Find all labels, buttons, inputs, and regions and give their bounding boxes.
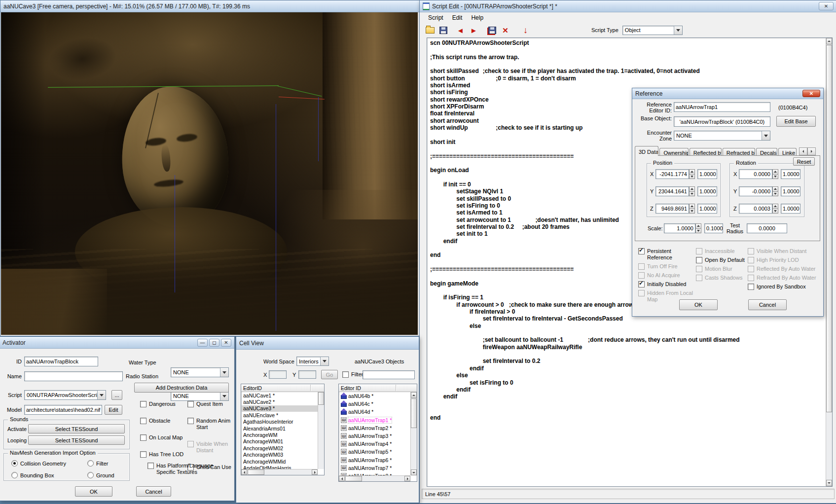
x-coordinate-field[interactable] — [269, 370, 287, 379]
position-y-extra-field[interactable]: 1.0000 — [697, 186, 717, 196]
rotation-y-spinner[interactable] — [772, 186, 778, 196]
column-divider[interactable] — [310, 385, 311, 391]
delete-script-button[interactable]: ✕ — [499, 24, 512, 36]
test-radius-field[interactable]: 0.0000 — [747, 223, 787, 233]
maximize-button[interactable]: ◻ — [209, 339, 219, 347]
position-y-field[interactable]: 23044.1641 — [655, 186, 689, 196]
name-field[interactable] — [24, 371, 123, 381]
open-script-button[interactable] — [423, 24, 436, 36]
go-button[interactable]: Go — [321, 370, 338, 379]
scroll-right-icon[interactable] — [312, 469, 318, 475]
checkbox-box[interactable] — [748, 248, 754, 254]
script-type-dropdown[interactable]: Object — [622, 26, 683, 35]
activator-ok-button[interactable]: OK — [75, 486, 112, 497]
reference-flag-checkbox[interactable]: Initially Disabled — [638, 281, 696, 288]
navmesh-radio[interactable]: Collision Geometry — [11, 460, 87, 467]
object-list-header[interactable]: Editor ID — [339, 384, 417, 392]
scroll-right-icon[interactable] — [404, 476, 410, 481]
platform-textures-checkbox[interactable]: Has Platform/Language Specific Textures — [147, 463, 221, 475]
cell-list-item[interactable]: aaNUCave1 * — [241, 392, 318, 398]
radio-dot[interactable] — [87, 460, 94, 467]
filter-checkbox[interactable]: Filter — [342, 371, 363, 378]
object-list-item[interactable]: Ш aaNUArrowTrap5 * — [339, 448, 410, 456]
object-list-item[interactable]: Ш aaNUArrowTrap3 * — [339, 432, 410, 440]
object-list-item[interactable]: Ш aaNUArrowTrap2 * — [339, 424, 410, 432]
cell-list-item[interactable]: AnchorageWM02 — [241, 445, 318, 451]
checkbox-box[interactable] — [342, 371, 349, 378]
script-window-titlebar[interactable]: Script Edit - [00NUTRAPArrowShooterScrip… — [420, 0, 836, 12]
script-browse-button[interactable]: ... — [111, 390, 122, 400]
checkbox-box[interactable] — [140, 434, 146, 441]
object-list-item[interactable]: aaNU64b * — [339, 392, 410, 400]
save-script-button[interactable] — [436, 24, 450, 36]
reference-dialog-titlebar[interactable]: Reference ✕ — [632, 88, 823, 99]
rotation-z-extra-field[interactable]: 1.0000 — [781, 204, 800, 214]
render-viewport[interactable] — [1, 12, 418, 335]
checkbox-box[interactable] — [187, 401, 194, 407]
checkbox-box[interactable] — [748, 266, 754, 272]
cell-list-item[interactable]: aaNUEnclave * — [241, 412, 318, 418]
reference-flag-checkbox[interactable]: Persistent Reference — [638, 248, 696, 261]
rotation-y-extra-field[interactable]: 1.0000 — [781, 186, 800, 196]
scroll-down-icon[interactable] — [826, 480, 832, 486]
scale-field[interactable]: 1.0000 — [664, 223, 695, 233]
scroll-up-icon[interactable] — [826, 38, 832, 44]
activator-flag-checkbox[interactable]: On Local Map — [140, 434, 187, 441]
rotation-z-spinner[interactable] — [772, 204, 778, 214]
navmesh-radio[interactable]: Ground — [87, 472, 125, 478]
render-window-titlebar[interactable]: aaNUCave3 [Free camera, perspective] - M… — [0, 0, 419, 12]
id-field[interactable]: aaNUArrowTrapBlock — [24, 357, 98, 366]
scroll-down-icon[interactable] — [411, 469, 417, 475]
scroll-thumb[interactable] — [345, 476, 362, 481]
scroll-up-icon[interactable] — [411, 392, 417, 398]
checkbox-box[interactable] — [140, 418, 146, 424]
checkbox-box[interactable] — [638, 272, 645, 279]
previous-script-button[interactable]: ◄ — [454, 24, 467, 36]
model-edit-button[interactable]: Edit — [105, 405, 122, 415]
cell-list-item[interactable]: aaNUCave3 * — [241, 405, 318, 412]
cell-list-hscrollbar[interactable] — [241, 469, 318, 475]
object-list-item[interactable]: Ш aaNUArrowTrap7 * — [339, 464, 410, 472]
menu-item[interactable]: Script — [424, 13, 447, 22]
reference-flag-checkbox[interactable]: Turn Off Fire — [638, 263, 696, 270]
object-list-item[interactable]: aaNU64c * — [339, 400, 410, 408]
radio-dot[interactable] — [87, 472, 94, 478]
cell-list-item[interactable]: AnchorageWM01 — [241, 438, 318, 445]
looping-sound-button[interactable]: Select TESSound — [28, 435, 125, 445]
checkbox-box[interactable] — [140, 401, 146, 407]
y-coordinate-field[interactable] — [298, 370, 316, 379]
tab-scroll-left-icon[interactable] — [799, 147, 807, 155]
chevron-down-icon[interactable] — [762, 131, 770, 140]
reference-cancel-button[interactable]: Cancel — [748, 299, 787, 310]
scroll-thumb[interactable] — [411, 398, 417, 428]
reference-tab[interactable]: Ownership — [659, 148, 688, 156]
reference-close-button[interactable]: ✕ — [802, 90, 820, 97]
activator-flag-checkbox[interactable]: Has Tree LOD — [140, 451, 187, 458]
checkbox-box[interactable] — [748, 284, 754, 290]
script-dropdown[interactable]: 00NUTRAPArrowShooterScript — [24, 390, 106, 400]
rotation-y-field[interactable]: -0.0000 — [739, 186, 772, 196]
checkbox-box[interactable] — [748, 275, 754, 281]
cell-list-item[interactable]: AnchorageWM — [241, 432, 318, 438]
reference-tab[interactable]: Refracted by — [723, 148, 755, 156]
object-list-item[interactable]: Ш aaNUArrowTrap4 * — [339, 440, 410, 448]
next-script-button[interactable]: ► — [467, 24, 480, 36]
reference-flag-checkbox[interactable]: High Priority LOD — [748, 257, 820, 263]
activator-flag-checkbox[interactable]: Obstacle — [140, 418, 187, 424]
reference-flag-checkbox[interactable]: Refracted By Auto Water — [748, 275, 820, 281]
position-z-spinner[interactable] — [689, 204, 695, 214]
checkbox-box[interactable] — [638, 281, 645, 288]
column-divider[interactable] — [396, 385, 396, 391]
model-field[interactable]: architecture\statues\head02.nif — [24, 405, 102, 415]
activator-flag-checkbox[interactable]: Dangerous — [140, 401, 187, 407]
rotation-x-extra-field[interactable]: 1.0000 — [781, 169, 800, 179]
chevron-down-icon[interactable] — [220, 392, 228, 400]
scroll-thumb[interactable] — [826, 45, 832, 412]
cell-list[interactable]: EditorID aaNUCave1 * aaNUCave2 * aaNUCav… — [241, 384, 325, 475]
cell-list-item[interactable]: aaNUCave2 * — [241, 398, 318, 405]
reset-button[interactable]: Reset — [793, 157, 815, 166]
object-list-item[interactable]: Ш aaNUArrowTrap6 * — [339, 456, 410, 464]
scroll-left-icon[interactable] — [339, 476, 345, 481]
checkbox-box[interactable] — [638, 290, 645, 296]
editor-id-field[interactable]: aaNUArrowTrap1 — [674, 102, 770, 112]
